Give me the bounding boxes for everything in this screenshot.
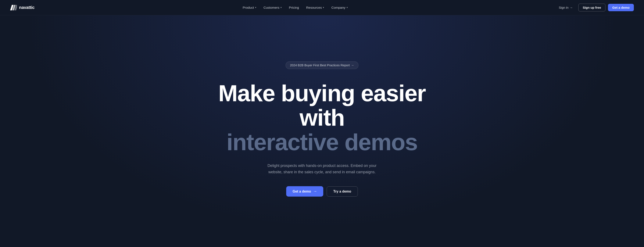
try-demo-button[interactable]: Try a demo <box>327 186 358 196</box>
chevron-down-icon: ▾ <box>280 6 282 9</box>
main-nav: navattic Product ▾ Customers ▾ Pricing R… <box>0 0 644 15</box>
nav-item-resources: Resources ▾ <box>303 4 327 11</box>
logo-link[interactable]: navattic <box>10 5 34 10</box>
hero-headline-line1: Make buying easier with <box>206 81 438 130</box>
arrow-right-icon: → <box>351 64 354 67</box>
nav-link-company[interactable]: Company ▾ <box>328 4 350 11</box>
chevron-down-icon: ▾ <box>346 6 348 9</box>
hero-headline-line2: interactive demos <box>226 130 417 154</box>
nav-item-company: Company ▾ <box>328 4 350 11</box>
logo-icon <box>10 5 17 10</box>
hero-subtext: Delight prospects with hands-on product … <box>260 163 384 175</box>
chevron-down-icon: ▾ <box>255 6 256 9</box>
nav-item-product: Product ▾ <box>240 4 259 11</box>
nav-links: Product ▾ Customers ▾ Pricing Resources … <box>240 4 350 11</box>
chevron-down-icon: ▾ <box>323 6 324 9</box>
get-demo-hero-button[interactable]: Get a demo → <box>286 186 323 196</box>
nav-link-pricing[interactable]: Pricing <box>286 4 302 11</box>
hero-badge-text: 2024 B2B Buyer First Best Practices Repo… <box>290 64 350 67</box>
hero-badge-link[interactable]: 2024 B2B Buyer First Best Practices Repo… <box>286 62 358 69</box>
logo-text: navattic <box>19 5 34 10</box>
nav-link-product[interactable]: Product ▾ <box>240 4 259 11</box>
hero-section: 2024 B2B Buyer First Best Practices Repo… <box>0 15 644 247</box>
nav-actions: Sign in → Sign up free Get a demo <box>556 4 634 12</box>
arrow-right-icon: → <box>570 6 573 9</box>
get-demo-nav-button[interactable]: Get a demo <box>608 4 634 11</box>
sign-in-button[interactable]: Sign in → <box>556 4 576 11</box>
nav-link-customers[interactable]: Customers ▾ <box>260 4 285 11</box>
hero-buttons: Get a demo → Try a demo <box>286 186 358 196</box>
nav-link-resources[interactable]: Resources ▾ <box>303 4 327 11</box>
nav-item-pricing: Pricing <box>286 4 302 11</box>
nav-item-customers: Customers ▾ <box>260 4 285 11</box>
sign-up-free-button[interactable]: Sign up free <box>578 4 606 12</box>
arrow-right-icon: → <box>313 189 317 194</box>
